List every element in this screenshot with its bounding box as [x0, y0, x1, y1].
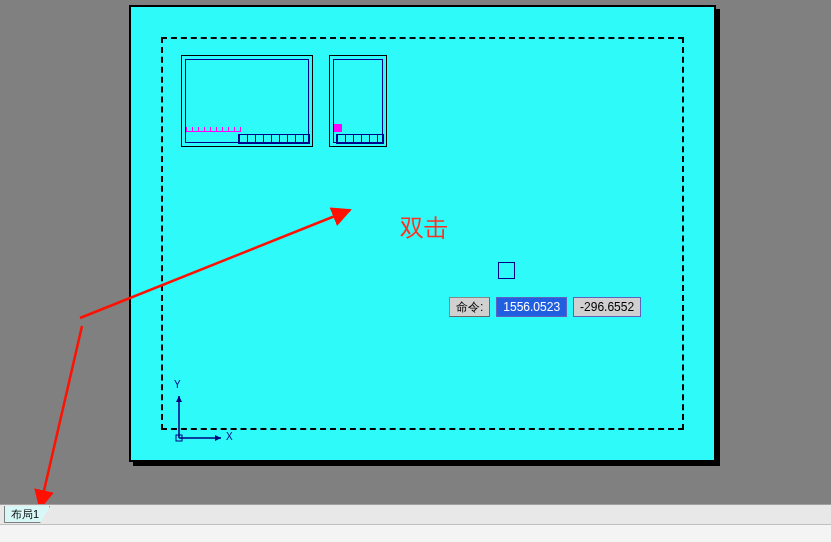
svg-marker-1: [215, 435, 221, 441]
viewport-2[interactable]: [329, 55, 387, 147]
svg-line-6: [40, 326, 82, 508]
command-label: 命令:: [449, 297, 490, 317]
layout-tab-strip[interactable]: 布局1: [0, 504, 831, 525]
svg-marker-3: [176, 396, 182, 402]
title-block: [332, 126, 384, 144]
title-block: [184, 126, 310, 144]
crosshair-pickbox: [498, 262, 515, 279]
ucs-y-label: Y: [174, 379, 181, 390]
dynamic-input[interactable]: 命令: 1556.0523 -296.6552: [449, 297, 641, 317]
status-bar: [0, 524, 831, 542]
ucs-icon: [171, 386, 231, 446]
coord-x-input[interactable]: 1556.0523: [496, 297, 567, 317]
annotation-double-click: 双击: [400, 212, 448, 244]
tab-layout1[interactable]: 布局1: [4, 506, 50, 523]
coord-y-input[interactable]: -296.6552: [573, 297, 641, 317]
ucs-x-label: X: [226, 431, 233, 442]
viewport-1[interactable]: [181, 55, 313, 147]
